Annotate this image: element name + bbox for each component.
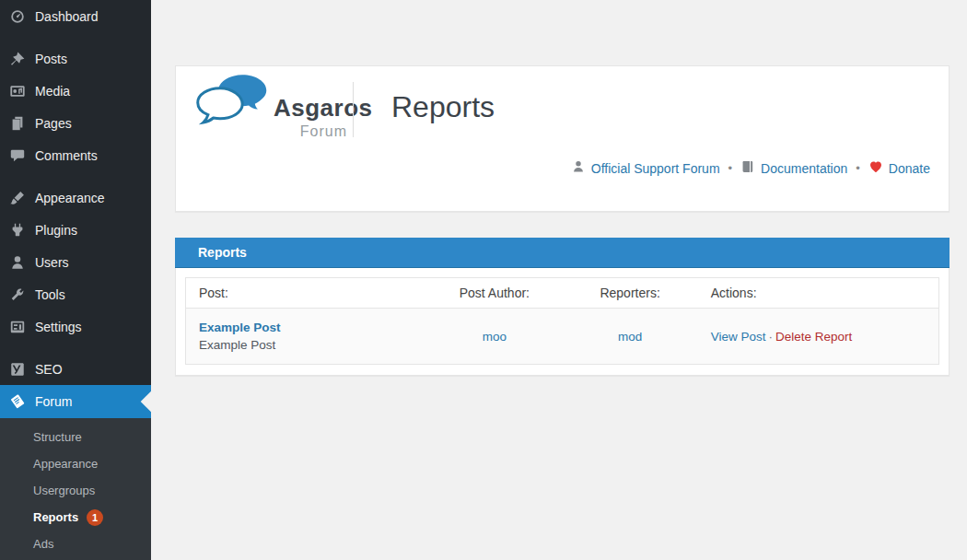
sidebar-item-posts[interactable]: Posts <box>0 42 151 75</box>
actions-cell: View Post·Delete Report <box>698 309 939 365</box>
brush-icon <box>8 189 27 207</box>
sidebar-item-label: Comments <box>35 148 98 163</box>
sidebar-item-forum[interactable]: Forum <box>0 385 151 418</box>
reporter-link[interactable]: mod <box>618 330 642 344</box>
submenu-label: Reports <box>33 510 78 524</box>
media-icon <box>8 82 27 100</box>
submenu-item-appearance[interactable]: Appearance <box>0 450 151 477</box>
sidebar-item-pages[interactable]: Pages <box>0 107 151 139</box>
sidebar-item-label: Tools <box>35 287 65 302</box>
link-separator: • <box>856 161 860 175</box>
submenu-label: Usergroups <box>33 484 95 497</box>
menu-separator <box>0 343 151 353</box>
plugin-header-panel: Asgaros Forum Reports Official Support F… <box>175 65 950 212</box>
sidebar-item-label: Dashboard <box>35 9 99 24</box>
column-header-post: Post: <box>186 278 427 309</box>
header-divider <box>353 82 354 137</box>
sidebar-item-dashboard[interactable]: Dashboard <box>0 0 151 32</box>
settings-icon <box>8 318 27 336</box>
column-header-post-author: Post Author: <box>426 278 562 309</box>
logo-title: Asgaros <box>274 94 347 122</box>
person-icon <box>571 159 586 177</box>
link-label: Documentation <box>761 161 847 176</box>
column-header-actions: Actions: <box>698 278 939 309</box>
sidebar-item-label: Settings <box>35 320 82 334</box>
sidebar-item-label: SEO <box>35 362 63 377</box>
wrench-icon <box>8 286 27 304</box>
user-icon <box>8 253 27 272</box>
official-support-forum-link[interactable]: Official Support Forum <box>571 159 720 177</box>
reports-table: Post: Post Author: Reporters: Actions: E… <box>185 277 939 365</box>
submenu-label: Structure <box>33 430 82 444</box>
sidebar-item-seo[interactable]: SEO <box>0 353 151 385</box>
post-cell: Example Post Example Post <box>186 309 427 365</box>
table-row: Example Post Example Post moo mod View P… <box>186 309 939 365</box>
menu-separator <box>0 171 151 181</box>
reports-panel-body: Post: Post Author: Reporters: Actions: E… <box>175 268 950 376</box>
forum-submenu: Structure Appearance Usergroups Reports … <box>0 418 151 560</box>
delete-report-link[interactable]: Delete Report <box>775 330 852 344</box>
post-author-link[interactable]: moo <box>483 330 507 344</box>
sidebar-item-plugins[interactable]: Plugins <box>0 214 151 246</box>
sidebar-item-tools[interactable]: Tools <box>0 278 151 310</box>
submenu-label: Appearance <box>33 457 98 471</box>
submenu-item-structure[interactable]: Structure <box>0 424 151 450</box>
plugin-icon <box>8 221 27 239</box>
sidebar-item-label: Users <box>35 255 69 270</box>
dashboard-icon <box>8 7 27 26</box>
view-post-link[interactable]: View Post <box>711 330 766 344</box>
actions-separator: · <box>766 330 776 344</box>
sidebar-item-users[interactable]: Users <box>0 246 151 278</box>
logo-subtitle: Forum <box>274 123 347 140</box>
forum-icon <box>8 392 27 411</box>
reports-count-badge: 1 <box>87 509 103 526</box>
post-excerpt: Example Post <box>199 338 414 352</box>
sidebar-item-label: Plugins <box>35 223 77 238</box>
sidebar-item-label: Pages <box>35 116 72 131</box>
sidebar-item-settings[interactable]: Settings <box>0 310 151 343</box>
book-icon <box>740 159 755 177</box>
sidebar-item-label: Forum <box>35 394 72 409</box>
table-header-row: Post: Post Author: Reporters: Actions: <box>186 278 939 309</box>
sidebar-item-media[interactable]: Media <box>0 75 151 107</box>
reporters-cell: mod <box>562 309 697 365</box>
logo-wordmark: Asgaros Forum <box>274 94 347 140</box>
page-title: Reports <box>391 90 495 124</box>
sidebar-item-label: Media <box>35 84 70 99</box>
documentation-link[interactable]: Documentation <box>740 159 847 177</box>
submenu-label: Ads <box>33 537 53 551</box>
sidebar-item-appearance[interactable]: Appearance <box>0 181 151 214</box>
asgaros-logo <box>194 74 270 138</box>
sidebar-item-comments[interactable]: Comments <box>0 139 151 171</box>
link-label: Official Support Forum <box>591 161 720 176</box>
wordpress-admin: Dashboard Posts Media Pages <box>0 0 967 560</box>
submenu-item-reports[interactable]: Reports 1 <box>0 504 151 531</box>
post-title-link[interactable]: Example Post <box>199 321 281 334</box>
submenu-item-ads[interactable]: Ads <box>0 531 151 557</box>
reports-panel-header: Reports <box>175 238 950 268</box>
admin-menu: Dashboard Posts Media Pages <box>0 0 151 418</box>
comment-icon <box>8 146 27 165</box>
column-header-reporters: Reporters: <box>562 278 697 309</box>
sidebar-item-label: Appearance <box>35 191 105 205</box>
link-separator: • <box>728 161 733 175</box>
heart-icon <box>868 159 883 177</box>
yoast-icon <box>8 360 27 379</box>
pushpin-icon <box>8 50 27 68</box>
sidebar-item-label: Posts <box>35 52 67 66</box>
post-author-cell: moo <box>426 309 562 365</box>
pages-icon <box>8 114 27 133</box>
submenu-item-usergroups[interactable]: Usergroups <box>0 477 151 504</box>
support-links: Official Support Forum • Documentation •… <box>571 159 930 177</box>
admin-sidebar: Dashboard Posts Media Pages <box>0 0 151 560</box>
menu-separator <box>0 32 151 42</box>
donate-link[interactable]: Donate <box>868 159 930 177</box>
link-label: Donate <box>889 161 930 176</box>
